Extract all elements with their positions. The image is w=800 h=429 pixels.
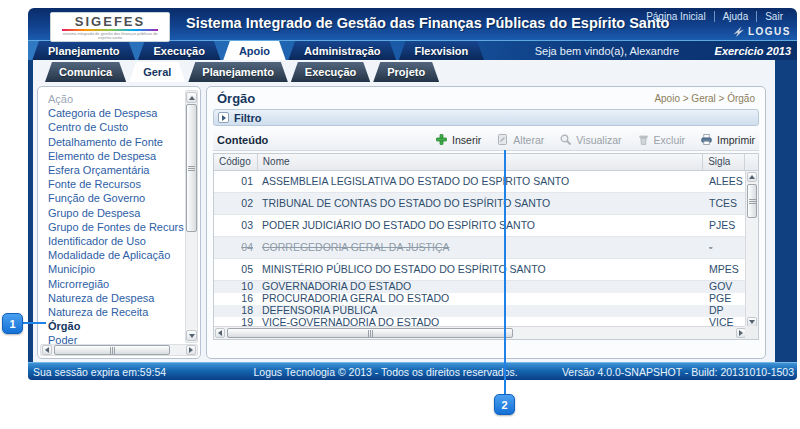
filter-bar[interactable]: Filtro [213, 109, 759, 126]
cell-nome: ASSEMBLEIA LEGISLATIVA DO ESTADO DO ESPÍ… [258, 171, 705, 192]
tab-execucao[interactable]: Execução [138, 41, 221, 61]
sidebar-item-natureza-de-despesa[interactable]: Natureza de Despesa [48, 291, 184, 305]
sidebar-item-microrregiao[interactable]: Microrregião [48, 277, 184, 291]
link-logout[interactable]: Sair [756, 11, 791, 22]
sidebar-item-orgao[interactable]: Órgão [48, 319, 184, 333]
sidebar-item-grupo-de-despesa[interactable]: Grupo de Despesa [48, 206, 184, 220]
app-window: Sistema Integrado de Gestão das Finanças… [28, 8, 797, 380]
sigefes-logo: SIGEFES sistema integrado de gestão das … [50, 12, 170, 42]
cell-sigla: - [705, 237, 747, 258]
table-row-deleted[interactable]: 04 CORREGEDORIA GERAL DA JUSTIÇA - [214, 237, 747, 259]
col-header-codigo[interactable]: Código [214, 154, 258, 170]
sidebar-item-poder[interactable]: Poder [48, 333, 184, 344]
sidebar-item-fonte-de-recursos[interactable]: Fonte de Recursos [48, 177, 184, 191]
table-row[interactable]: 10 GOVERNADORIA DO ESTADO GOV [214, 281, 747, 293]
print-button[interactable]: Imprimir [700, 133, 755, 146]
scroll-left-icon[interactable] [42, 345, 52, 355]
subtab-execucao[interactable]: Execução [291, 62, 370, 82]
table-row[interactable]: 05 MINISTÉRIO PÚBLICO DO ESTADO DO ESPÍR… [214, 259, 747, 281]
sidebar-item-acao[interactable]: Ação [48, 92, 184, 106]
sidebar-list: Ação Categoria de Despesa Centro de Cust… [39, 90, 184, 344]
sidebar-item-natureza-de-receita[interactable]: Natureza de Receita [48, 305, 184, 319]
table-row[interactable]: 02 TRIBUNAL DE CONTAS DO ESTADO DO ESPÍR… [214, 193, 747, 215]
sidebar-item-categoria-de-despesa[interactable]: Categoria de Despesa [48, 106, 184, 120]
callout-line-1 [23, 322, 46, 324]
table-vscroll-thumb[interactable] [747, 184, 757, 218]
sidebar-horizontal-scrollbar[interactable] [40, 344, 198, 356]
table-row[interactable]: 18 DEFENSORIA PÚBLICA DP [214, 305, 747, 317]
tab-apoio[interactable]: Apoio [223, 41, 286, 61]
tab-planejamento[interactable]: Planejamento [32, 41, 136, 61]
filter-expand-icon[interactable] [218, 112, 229, 123]
cell-sigla: TCES [705, 193, 747, 214]
sub-nav-tabs: Comunica Geral Planejamento Execução Pro… [45, 62, 439, 82]
orgao-table: Código Nome Sigla 01 ASSEMBLEIA LEGISLAT… [213, 153, 759, 340]
page-edit-icon [496, 133, 509, 146]
col-header-filler [745, 154, 758, 170]
cell-codigo: 02 [214, 193, 258, 214]
cell-sigla: MPES [705, 259, 747, 280]
delete-button[interactable]: Excluir [637, 133, 686, 146]
table-horizontal-scrollbar[interactable] [214, 326, 747, 339]
tab-flexvision[interactable]: Flexvision [399, 41, 485, 61]
link-help[interactable]: Ajuda [714, 11, 757, 22]
sidebar-vertical-scrollbar[interactable] [185, 90, 198, 343]
cell-nome: PROCURADORIA GERAL DO ESTADO [258, 293, 705, 305]
cell-nome: CORREGEDORIA GERAL DA JUSTIÇA [258, 237, 705, 258]
logus-brand-label: LOGUS [748, 26, 791, 37]
table-row[interactable]: 01 ASSEMBLEIA LEGISLATIVA DO ESTADO DO E… [214, 171, 747, 193]
subtab-geral[interactable]: Geral [129, 62, 185, 82]
table-row[interactable]: 16 PROCURADORIA GERAL DO ESTADO PGE [214, 293, 747, 305]
scroll-up-icon[interactable] [747, 172, 757, 182]
sidebar-item-municipio[interactable]: Município [48, 262, 184, 276]
table-hscroll-thumb[interactable] [227, 328, 513, 338]
sidebar-item-detalhamento-de-fonte[interactable]: Detalhamento de Fonte [48, 135, 184, 149]
status-bar: Sua sessão expira em:59:54 Logus Tecnolo… [28, 362, 797, 380]
callout-badge-1: 1 [2, 313, 23, 334]
table-rows: 01 ASSEMBLEIA LEGISLATIVA DO ESTADO DO E… [214, 171, 747, 328]
subtab-comunica[interactable]: Comunica [45, 62, 126, 82]
cell-codigo: 01 [214, 171, 258, 192]
subtab-projeto[interactable]: Projeto [373, 62, 439, 82]
insert-button[interactable]: Inserir [435, 133, 481, 146]
cell-nome: PODER JUDICIÁRIO DO ESTADO DO ESPÍRITO S… [258, 215, 705, 236]
sidebar-vscroll-thumb[interactable] [186, 104, 197, 232]
cell-sigla: ALEES [705, 171, 747, 192]
tab-administracao[interactable]: Administração [288, 41, 396, 61]
table-row[interactable]: 03 PODER JUDICIÁRIO DO ESTADO DO ESPÍRIT… [214, 215, 747, 237]
version-text: Versão 4.0.0-SNAPSHOT - Build: 20131010-… [562, 366, 797, 378]
main-navbar: Planejamento Execução Apoio Administraçã… [28, 40, 797, 60]
sidebar-item-grupo-de-fontes-de-recursos[interactable]: Grupo de Fontes de Recursos [48, 220, 184, 234]
edit-button[interactable]: Alterar [496, 133, 544, 146]
subtab-planejamento[interactable]: Planejamento [188, 62, 288, 82]
sidebar-item-esfera-orcamentaria[interactable]: Esfera Orçamentária [48, 163, 184, 177]
sidebar-item-identificador-de-uso[interactable]: Identificador de Uso [48, 234, 184, 248]
scrollbar-corner [745, 326, 758, 339]
scroll-up-icon[interactable] [186, 92, 197, 103]
col-header-sigla[interactable]: Sigla [703, 154, 745, 170]
filter-label: Filtro [234, 112, 262, 124]
table-vertical-scrollbar[interactable] [745, 171, 758, 328]
sidebar-item-modalidade-de-aplicacao[interactable]: Modalidade de Aplicação [48, 248, 184, 262]
cell-sigla: PJES [705, 215, 747, 236]
sidebar-item-elemento-de-despesa[interactable]: Elemento de Despesa [48, 149, 184, 163]
top-links: Página Inicial Ajuda Sair [638, 11, 791, 22]
table-header: Código Nome Sigla [214, 154, 758, 171]
scroll-down-icon[interactable] [186, 330, 197, 341]
link-home[interactable]: Página Inicial [638, 11, 713, 22]
scroll-right-icon[interactable] [186, 345, 196, 355]
print-button-label: Imprimir [717, 134, 755, 146]
cell-codigo: 04 [214, 237, 258, 258]
sidebar-item-centro-de-custo[interactable]: Centro de Custo [48, 120, 184, 134]
cell-nome: MINISTÉRIO PÚBLICO DO ESTADO DO ESPÍRITO… [258, 259, 705, 280]
exercise-year: Exercício 2013 [715, 41, 791, 61]
insert-button-label: Inserir [452, 134, 481, 146]
cell-codigo: 03 [214, 215, 258, 236]
content-toolbar-bar: Conteúdo Inserir Alterar [213, 129, 759, 151]
sidebar-hscroll-thumb[interactable] [54, 345, 170, 355]
col-header-nome[interactable]: Nome [258, 154, 703, 170]
logus-brand: LOGUS [732, 25, 791, 38]
view-button[interactable]: Visualizar [559, 133, 621, 146]
scroll-left-icon[interactable] [215, 328, 225, 338]
sidebar-item-funcao-de-governo[interactable]: Função de Governo [48, 191, 184, 205]
